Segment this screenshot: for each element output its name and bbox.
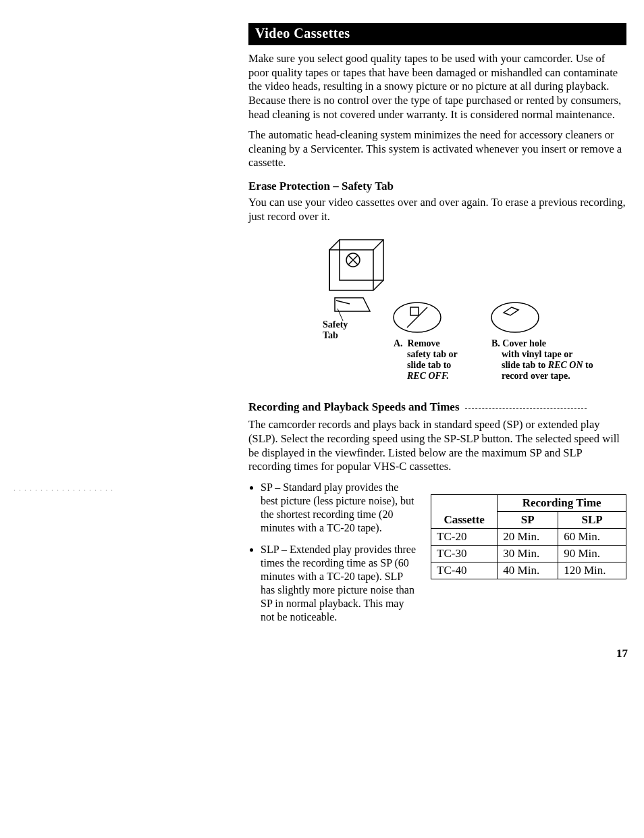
main-content: Video Cassettes Make sure you select goo… [248, 23, 626, 632]
col-slp: SLP [558, 511, 626, 528]
bullet-sp: SP – Standard play provides the best pic… [261, 481, 417, 535]
intro-paragraph-2: The automatic head-cleaning system minim… [248, 128, 626, 170]
table-row: TC-40 40 Min. 120 Min. [431, 562, 626, 579]
cell-cassette: TC-30 [431, 545, 498, 562]
cell-cassette: TC-20 [431, 528, 498, 545]
scan-artifact-text: . . . . . . . . . . . . . . . . . . . [14, 483, 113, 494]
col-recording-time: Recording Time [498, 494, 626, 511]
cell-slp: 60 Min. [558, 528, 626, 545]
safety-tab-label-2: Tab [323, 330, 338, 340]
diagram-a-caption: A. Remove [394, 338, 440, 348]
svg-text:REC OFF.: REC OFF. [406, 371, 449, 381]
table-row: TC-20 20 Min. 60 Min. [431, 528, 626, 545]
svg-text:safety tab or: safety tab or [407, 349, 458, 359]
cassette-tab-remove-icon [394, 303, 441, 332]
col-cassette: Cassette [431, 494, 498, 528]
page-number: 17 [616, 647, 628, 660]
erase-protection-paragraph: You can use your video cassettes over an… [248, 196, 626, 224]
svg-text:with vinyl tape or: with vinyl tape or [502, 349, 572, 359]
cell-slp: 120 Min. [558, 562, 626, 579]
col-sp: SP [498, 511, 558, 528]
svg-text:slide tab to: slide tab to [407, 360, 451, 370]
cassette-large-icon [329, 240, 383, 311]
bullet-slp: SLP – Extended play provides three times… [261, 543, 417, 624]
intro-paragraph-1: Make sure you select good quality tapes … [248, 52, 626, 122]
cell-sp: 40 Min. [498, 562, 558, 579]
svg-text:slide tab to REC ON to: slide tab to REC ON to [502, 360, 593, 370]
section-header: Video Cassettes [248, 23, 626, 45]
safety-tab-diagram: Safety Tab A. Remove safety tab or slide… [248, 233, 626, 388]
cell-sp: 20 Min. [498, 528, 558, 545]
recording-time-table: Cassette Recording Time SP SLP TC-20 20 … [431, 494, 626, 579]
svg-rect-3 [410, 307, 419, 315]
safety-tab-label: Safety [323, 319, 348, 330]
cell-sp: 30 Min. [498, 545, 558, 562]
speeds-heading: Recording and Playback Speeds and Times [248, 400, 626, 414]
speed-bullet-list: SP – Standard play provides the best pic… [248, 481, 417, 632]
cell-cassette: TC-40 [431, 562, 498, 579]
speeds-paragraph: The camcorder records and plays back in … [248, 418, 626, 474]
cassette-tab-cover-icon [491, 303, 539, 332]
table-row: TC-30 30 Min. 90 Min. [431, 545, 626, 562]
erase-protection-heading: Erase Protection – Safety Tab [248, 180, 626, 193]
diagram-b-caption: B. Cover hole [491, 338, 546, 348]
cell-slp: 90 Min. [558, 545, 626, 562]
svg-text:record over tape.: record over tape. [502, 371, 570, 381]
svg-point-8 [491, 303, 539, 332]
